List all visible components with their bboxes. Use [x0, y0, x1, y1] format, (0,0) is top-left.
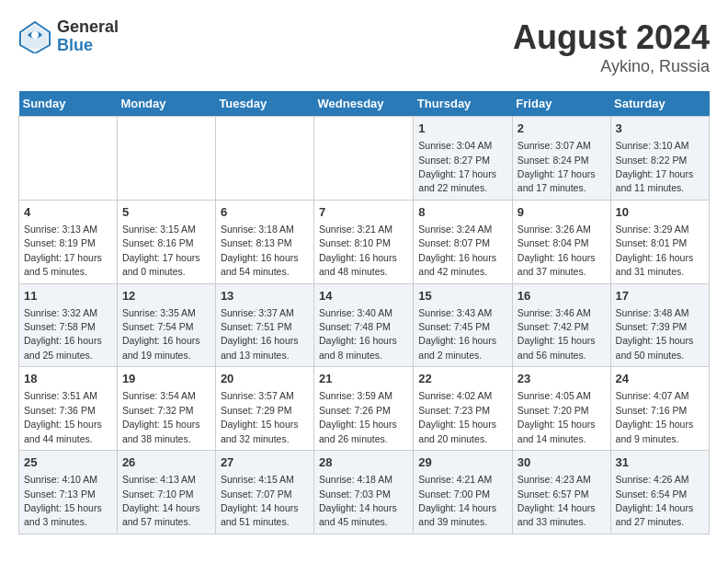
- logo: General Blue: [18, 18, 119, 55]
- day-info: Sunrise: 3:37 AM Sunset: 7:51 PM Dayligh…: [221, 307, 299, 361]
- day-info: Sunrise: 3:15 AM Sunset: 8:16 PM Dayligh…: [122, 224, 200, 277]
- day-info: Sunrise: 3:57 AM Sunset: 7:29 PM Dayligh…: [221, 390, 299, 443]
- calendar-cell: 11Sunrise: 3:32 AM Sunset: 7:58 PM Dayli…: [19, 283, 118, 367]
- page-header: General Blue August 2024 Aykino, Russia: [18, 18, 710, 76]
- day-number: 26: [122, 454, 210, 471]
- day-info: Sunrise: 4:26 AM Sunset: 6:54 PM Dayligh…: [616, 474, 694, 527]
- day-number: 24: [616, 371, 704, 387]
- calendar-title: August 2024: [513, 18, 710, 57]
- calendar-cell: [215, 117, 313, 201]
- calendar-cell: 27Sunrise: 4:15 AM Sunset: 7:07 PM Dayli…: [215, 451, 313, 534]
- calendar-cell: 22Sunrise: 4:02 AM Sunset: 7:23 PM Dayli…: [414, 367, 513, 451]
- header-day-thursday: Thursday: [414, 91, 513, 117]
- calendar-cell: 9Sunrise: 3:26 AM Sunset: 8:04 PM Daylig…: [512, 200, 610, 283]
- day-number: 1: [418, 121, 507, 137]
- day-info: Sunrise: 3:21 AM Sunset: 8:10 PM Dayligh…: [319, 224, 397, 277]
- day-info: Sunrise: 3:59 AM Sunset: 7:26 PM Dayligh…: [319, 390, 397, 443]
- day-info: Sunrise: 4:21 AM Sunset: 7:00 PM Dayligh…: [418, 474, 496, 527]
- logo-icon: [18, 20, 51, 53]
- day-info: Sunrise: 3:13 AM Sunset: 8:19 PM Dayligh…: [24, 224, 102, 277]
- day-info: Sunrise: 3:43 AM Sunset: 7:45 PM Dayligh…: [418, 307, 496, 361]
- calendar-cell: 7Sunrise: 3:21 AM Sunset: 8:10 PM Daylig…: [314, 200, 414, 283]
- calendar-cell: 29Sunrise: 4:21 AM Sunset: 7:00 PM Dayli…: [414, 451, 513, 534]
- day-info: Sunrise: 3:18 AM Sunset: 8:13 PM Dayligh…: [221, 224, 299, 277]
- day-number: 31: [616, 454, 704, 471]
- day-number: 11: [24, 288, 112, 304]
- day-info: Sunrise: 3:24 AM Sunset: 8:07 PM Dayligh…: [418, 224, 496, 277]
- calendar-cell: 4Sunrise: 3:13 AM Sunset: 8:19 PM Daylig…: [19, 200, 118, 283]
- day-number: 20: [221, 371, 309, 387]
- day-number: 8: [418, 204, 507, 221]
- day-number: 23: [518, 371, 606, 387]
- calendar-subtitle: Aykino, Russia: [513, 57, 710, 76]
- svg-point-2: [31, 31, 39, 39]
- calendar-cell: 2Sunrise: 3:07 AM Sunset: 8:24 PM Daylig…: [512, 117, 610, 201]
- header-day-saturday: Saturday: [610, 91, 709, 117]
- day-number: 13: [221, 288, 309, 304]
- calendar-week-2: 4Sunrise: 3:13 AM Sunset: 8:19 PM Daylig…: [19, 200, 710, 283]
- day-number: 18: [24, 371, 112, 387]
- calendar-cell: 6Sunrise: 3:18 AM Sunset: 8:13 PM Daylig…: [215, 200, 313, 283]
- header-row: SundayMondayTuesdayWednesdayThursdayFrid…: [19, 91, 710, 117]
- calendar-week-5: 25Sunrise: 4:10 AM Sunset: 7:13 PM Dayli…: [19, 451, 710, 534]
- day-info: Sunrise: 3:07 AM Sunset: 8:24 PM Dayligh…: [518, 140, 596, 193]
- calendar-cell: 15Sunrise: 3:43 AM Sunset: 7:45 PM Dayli…: [414, 283, 513, 367]
- calendar-cell: 17Sunrise: 3:48 AM Sunset: 7:39 PM Dayli…: [610, 283, 709, 367]
- day-number: 7: [319, 204, 408, 221]
- calendar-cell: 28Sunrise: 4:18 AM Sunset: 7:03 PM Dayli…: [314, 451, 414, 534]
- calendar-header: SundayMondayTuesdayWednesdayThursdayFrid…: [19, 91, 710, 117]
- day-info: Sunrise: 3:46 AM Sunset: 7:42 PM Dayligh…: [518, 307, 596, 361]
- calendar-cell: 18Sunrise: 3:51 AM Sunset: 7:36 PM Dayli…: [19, 367, 118, 451]
- calendar-cell: 30Sunrise: 4:23 AM Sunset: 6:57 PM Dayli…: [512, 451, 610, 534]
- day-info: Sunrise: 4:07 AM Sunset: 7:16 PM Dayligh…: [616, 390, 694, 443]
- day-info: Sunrise: 4:02 AM Sunset: 7:23 PM Dayligh…: [418, 390, 496, 443]
- day-number: 14: [319, 288, 408, 304]
- day-info: Sunrise: 3:48 AM Sunset: 7:39 PM Dayligh…: [616, 307, 694, 361]
- day-info: Sunrise: 3:51 AM Sunset: 7:36 PM Dayligh…: [24, 390, 102, 443]
- calendar-cell: 26Sunrise: 4:13 AM Sunset: 7:10 PM Dayli…: [117, 451, 215, 534]
- day-info: Sunrise: 3:29 AM Sunset: 8:01 PM Dayligh…: [616, 224, 694, 277]
- day-number: 28: [319, 454, 408, 471]
- calendar-cell: 23Sunrise: 4:05 AM Sunset: 7:20 PM Dayli…: [512, 367, 610, 451]
- calendar-cell: 12Sunrise: 3:35 AM Sunset: 7:54 PM Dayli…: [117, 283, 215, 367]
- title-block: August 2024 Aykino, Russia: [513, 18, 710, 76]
- day-number: 3: [616, 121, 704, 137]
- day-info: Sunrise: 4:18 AM Sunset: 7:03 PM Dayligh…: [319, 474, 397, 527]
- calendar-week-1: 1Sunrise: 3:04 AM Sunset: 8:27 PM Daylig…: [19, 117, 710, 201]
- calendar-cell: 3Sunrise: 3:10 AM Sunset: 8:22 PM Daylig…: [610, 117, 709, 201]
- calendar-cell: 19Sunrise: 3:54 AM Sunset: 7:32 PM Dayli…: [117, 367, 215, 451]
- day-info: Sunrise: 4:13 AM Sunset: 7:10 PM Dayligh…: [122, 474, 200, 527]
- day-number: 5: [122, 204, 210, 221]
- day-number: 25: [24, 454, 112, 471]
- day-number: 29: [418, 454, 507, 471]
- header-day-monday: Monday: [117, 91, 215, 117]
- day-info: Sunrise: 3:35 AM Sunset: 7:54 PM Dayligh…: [122, 307, 200, 361]
- logo-line2: Blue: [57, 37, 119, 55]
- day-number: 21: [319, 371, 408, 387]
- header-day-tuesday: Tuesday: [215, 91, 313, 117]
- day-number: 16: [518, 288, 606, 304]
- day-info: Sunrise: 3:40 AM Sunset: 7:48 PM Dayligh…: [319, 307, 397, 361]
- calendar-cell: 20Sunrise: 3:57 AM Sunset: 7:29 PM Dayli…: [215, 367, 313, 451]
- calendar-cell: 24Sunrise: 4:07 AM Sunset: 7:16 PM Dayli…: [610, 367, 709, 451]
- calendar-cell: [117, 117, 215, 201]
- calendar-cell: [19, 117, 118, 201]
- calendar-cell: 21Sunrise: 3:59 AM Sunset: 7:26 PM Dayli…: [314, 367, 414, 451]
- day-number: 6: [221, 204, 309, 221]
- day-number: 15: [418, 288, 507, 304]
- header-day-wednesday: Wednesday: [314, 91, 414, 117]
- day-number: 30: [518, 454, 606, 471]
- calendar-cell: 25Sunrise: 4:10 AM Sunset: 7:13 PM Dayli…: [19, 451, 118, 534]
- calendar-cell: [314, 117, 414, 201]
- logo-line1: General: [57, 18, 119, 37]
- calendar-table: SundayMondayTuesdayWednesdayThursdayFrid…: [18, 91, 710, 534]
- day-info: Sunrise: 3:04 AM Sunset: 8:27 PM Dayligh…: [418, 140, 496, 193]
- calendar-body: 1Sunrise: 3:04 AM Sunset: 8:27 PM Daylig…: [19, 117, 710, 534]
- calendar-week-3: 11Sunrise: 3:32 AM Sunset: 7:58 PM Dayli…: [19, 283, 710, 367]
- header-day-friday: Friday: [512, 91, 610, 117]
- day-number: 10: [616, 204, 704, 221]
- day-number: 12: [122, 288, 210, 304]
- day-info: Sunrise: 3:26 AM Sunset: 8:04 PM Dayligh…: [518, 224, 596, 277]
- day-info: Sunrise: 3:32 AM Sunset: 7:58 PM Dayligh…: [24, 307, 102, 361]
- day-info: Sunrise: 4:15 AM Sunset: 7:07 PM Dayligh…: [221, 474, 299, 527]
